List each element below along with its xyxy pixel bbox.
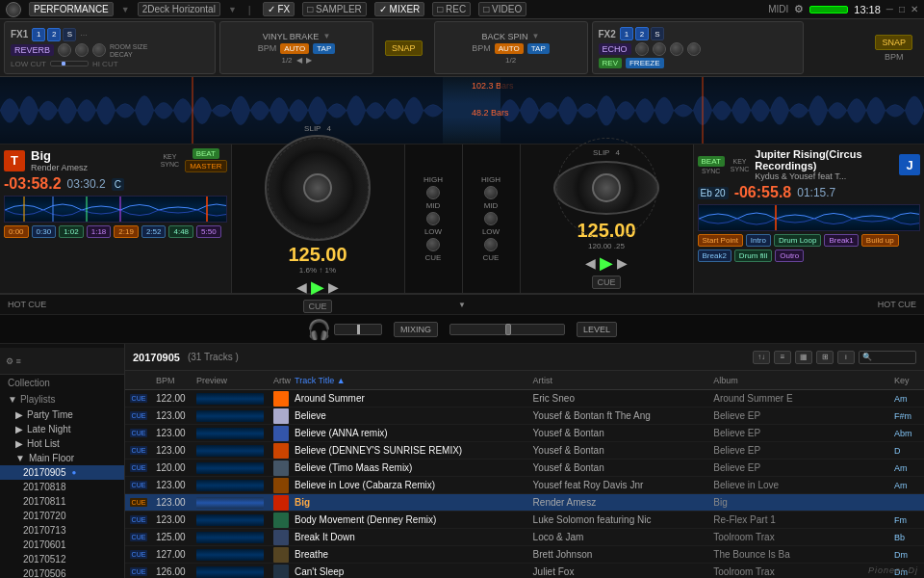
eq-mid-knob[interactable]: [426, 212, 440, 225]
vinyl-tap-btn[interactable]: TAP: [313, 43, 335, 54]
deck2-cue-break1[interactable]: Break1: [824, 234, 858, 247]
deck1-next-btn[interactable]: ▶: [328, 279, 339, 295]
table-row[interactable]: CUE 123.00 Believe Yousef & Bontan ft Th…: [125, 407, 924, 425]
fx1-num1[interactable]: 1: [32, 28, 45, 41]
back-spin-auto-btn[interactable]: AUTO: [495, 43, 524, 54]
eq-high-knob[interactable]: [426, 186, 440, 199]
col-bpm[interactable]: BPM: [152, 376, 192, 385]
sampler-toggle[interactable]: □ SAMPLER: [302, 2, 367, 16]
sidebar-20170818[interactable]: 20170818: [0, 480, 124, 494]
deck1-cue-3[interactable]: 1:18: [87, 225, 112, 238]
vinyl-arrow-left[interactable]: ◀: [296, 56, 302, 65]
fx1-num2[interactable]: 2: [47, 28, 61, 41]
sidebar-main-floor[interactable]: ▼ Main Floor: [0, 451, 124, 465]
sidebar-hot-list[interactable]: ▶ Hot List: [0, 436, 124, 451]
headphones-icon[interactable]: 🎧: [307, 318, 331, 341]
deck1-cue-6[interactable]: 4:48: [168, 225, 193, 238]
table-row[interactable]: CUE 123.00 Believe in Love (Cabarza Remi…: [125, 477, 924, 494]
deck1-cue-7[interactable]: 5:50: [196, 225, 221, 238]
maximize-btn[interactable]: □: [899, 4, 905, 14]
search-input[interactable]: 🔍: [859, 351, 916, 364]
deck1-cue-0[interactable]: 0:00: [4, 225, 29, 238]
deck1-master-btn[interactable]: MASTER: [185, 160, 226, 172]
table-row[interactable]: CUE 120.00 Believe (Timo Maas Remix) You…: [125, 460, 924, 477]
crossfader[interactable]: [449, 324, 565, 335]
deck2-beat-sync-btn[interactable]: BEAT: [698, 156, 725, 167]
fx1-lowcut-slider[interactable]: [50, 61, 89, 66]
table-row[interactable]: CUE 123.00 Big Render Amesz Big: [125, 494, 924, 512]
sidebar-20170905[interactable]: 20170905 ●: [0, 465, 124, 480]
fx2-numS[interactable]: S: [651, 27, 664, 40]
fx2-num2[interactable]: 2: [635, 27, 649, 40]
deck2-cue-drumfill[interactable]: Drum fill: [734, 250, 772, 262]
col-artist[interactable]: Artist: [529, 376, 710, 385]
rec-toggle[interactable]: □ REC: [432, 2, 471, 16]
mixing-btn[interactable]: MIXING: [394, 322, 438, 337]
deck1-cue-btn[interactable]: CUE: [303, 300, 331, 313]
video-toggle[interactable]: □ VIDEO: [478, 2, 526, 16]
deck2-cue-drumloop[interactable]: Drum Loop: [774, 234, 822, 247]
fx2-feedback-knob[interactable]: [670, 42, 683, 56]
deck2-cue-buildup[interactable]: Build up: [861, 234, 899, 247]
level-btn[interactable]: LEVEL: [577, 322, 617, 337]
sidebar-20170713[interactable]: 20170713: [0, 523, 124, 538]
snap-button[interactable]: SNAP: [385, 40, 423, 56]
fx1-room-knob[interactable]: [58, 43, 71, 57]
sidebar-20170506[interactable]: 20170506: [0, 566, 124, 578]
fx2-filter-knob[interactable]: [687, 42, 701, 56]
fx2-rev-btn[interactable]: REV: [599, 58, 622, 68]
col-title[interactable]: Track Title ▲: [291, 376, 529, 385]
fx1-hicut-knob[interactable]: [92, 43, 106, 57]
fx2-num1[interactable]: 1: [620, 27, 633, 40]
table-row[interactable]: CUE 127.00 Breathe Brett Johnson The Bou…: [125, 546, 924, 564]
deck2-cue-start[interactable]: Start Point: [698, 234, 743, 247]
table-row[interactable]: CUE 123.00 Body Movement (Denney Remix) …: [125, 512, 924, 529]
table-row[interactable]: CUE 122.00 Around Summer Eric Sneo Aroun…: [125, 390, 924, 407]
fx1-numS[interactable]: S: [63, 28, 76, 41]
mixer-toggle[interactable]: ✓ MIXER: [374, 2, 424, 16]
vinyl-auto-btn[interactable]: AUTO: [280, 43, 309, 54]
settings-icon[interactable]: ⚙: [794, 3, 804, 15]
headphones-slider[interactable]: [334, 324, 382, 335]
sidebar-collection[interactable]: Collection: [0, 375, 124, 391]
deck1-prev-btn[interactable]: ◀: [296, 279, 307, 295]
fx-toggle[interactable]: ✓ FX: [263, 2, 295, 16]
deck1-mini-waveform[interactable]: [4, 196, 227, 223]
tracks-scroll[interactable]: CUE 122.00 Around Summer Eric Sneo Aroun…: [125, 390, 924, 578]
sidebar-playlists[interactable]: ▼ Playlists: [0, 391, 124, 407]
deck2-prev-btn[interactable]: ◀: [585, 255, 596, 271]
sidebar-late-night[interactable]: ▶ Late Night: [0, 422, 124, 436]
deck1-cue-2[interactable]: 1:02: [59, 225, 84, 238]
performance-mode[interactable]: PERFORMANCE: [29, 2, 114, 16]
fx2-beat-knob[interactable]: [653, 42, 666, 56]
deck1-cue-4[interactable]: 2:19: [114, 225, 139, 238]
layout-selector[interactable]: 2Deck Horizontal: [138, 2, 220, 16]
table-row[interactable]: CUE 125.00 Break It Down Loco & Jam Tool…: [125, 529, 924, 546]
deck1-cue-1[interactable]: 0:30: [32, 225, 57, 238]
col-key[interactable]: Key: [890, 376, 924, 385]
eq-mid-knob-r[interactable]: [484, 212, 498, 225]
sort-btn[interactable]: ↑↓: [753, 351, 770, 364]
sidebar-20170811[interactable]: 20170811: [0, 494, 124, 509]
fx2-ld-knob[interactable]: [635, 42, 649, 56]
col-album[interactable]: Album: [709, 376, 890, 385]
deck2-play-btn[interactable]: ▶: [600, 252, 613, 274]
back-spin-tap-btn[interactable]: TAP: [527, 43, 550, 54]
deck2-platter[interactable]: [553, 161, 659, 215]
close-btn[interactable]: ✕: [911, 4, 918, 14]
artwork-view-btn[interactable]: ⊞: [816, 351, 834, 364]
sidebar-party-time[interactable]: ▶ Party Time: [0, 407, 124, 422]
deck2-cue-outro[interactable]: Outro: [775, 250, 804, 262]
sidebar-20170601[interactable]: 20170601: [0, 538, 124, 552]
table-row[interactable]: CUE 123.00 Believe (DENNEY'S SUNRISE REM…: [125, 442, 924, 460]
deck2-next-btn[interactable]: ▶: [617, 255, 628, 271]
vinyl-arrow-right[interactable]: ▶: [306, 56, 312, 65]
deck2-cue-break2[interactable]: Break2: [698, 250, 732, 262]
fx2-freeze-btn[interactable]: FREEZE: [626, 58, 664, 68]
table-row[interactable]: CUE 123.00 Believe (ANNA remix) Yousef &…: [125, 425, 924, 442]
fx1-decay-knob[interactable]: [75, 43, 89, 57]
deck1-beat-sync-btn[interactable]: BEAT: [192, 148, 219, 159]
sidebar-20170720[interactable]: 20170720: [0, 509, 124, 523]
grid-view-btn[interactable]: ▦: [795, 351, 812, 364]
list-view-btn[interactable]: ≡: [774, 351, 791, 364]
